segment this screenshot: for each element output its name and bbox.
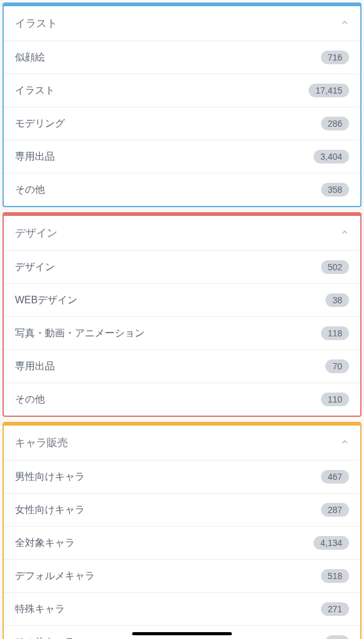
count-badge: 38	[325, 293, 349, 307]
count-badge: 502	[321, 260, 349, 274]
item-label: WEBデザイン	[15, 294, 77, 307]
count-badge: 4,134	[314, 536, 349, 550]
count-badge: 287	[321, 503, 349, 517]
count-badge: 518	[321, 569, 349, 583]
item-label: その他	[15, 183, 45, 197]
count-badge: 110	[321, 393, 349, 406]
category-title: イラスト	[15, 16, 57, 31]
category-panel: デザインデザイン502WEBデザイン38写真・動画・アニメーション118専用出品…	[2, 212, 362, 417]
category-item[interactable]: 全対象キャラ4,134	[4, 527, 360, 560]
category-item[interactable]: 専用出品3,404	[4, 140, 360, 173]
category-header[interactable]: デザイン	[4, 213, 360, 251]
item-label: デザイン	[15, 261, 55, 274]
category-header[interactable]: キャラ販売	[4, 423, 360, 461]
chevron-up-icon	[340, 437, 349, 448]
category-item[interactable]: 男性向けキャラ467	[4, 461, 360, 494]
chevron-up-icon	[340, 18, 349, 29]
category-item[interactable]: 特殊キャラ271	[4, 593, 360, 626]
item-label: その他	[15, 393, 45, 406]
item-label: 専用出品	[15, 360, 55, 373]
category-item[interactable]: 写真・動画・アニメーション118	[4, 317, 360, 350]
item-label: その他キャラ	[15, 636, 75, 640]
category-item[interactable]: WEBデザイン38	[4, 284, 360, 317]
chevron-up-icon	[340, 228, 349, 238]
count-badge: 17,415	[309, 84, 349, 97]
category-header[interactable]: イラスト	[4, 4, 360, 41]
item-label: イラスト	[15, 84, 55, 97]
item-label: 全対象キャラ	[15, 537, 75, 550]
item-label: 似顔絵	[15, 51, 45, 64]
item-label: 写真・動画・アニメーション	[15, 327, 145, 340]
count-badge: 358	[321, 183, 349, 197]
category-item[interactable]: イラスト17,415	[4, 74, 360, 107]
count-badge: 3,404	[314, 150, 349, 163]
item-label: 男性向けキャラ	[15, 471, 85, 484]
count-badge: 716	[321, 51, 349, 64]
home-indicator	[132, 632, 232, 635]
category-item[interactable]: 専用出品70	[4, 350, 360, 383]
count-badge: 467	[321, 470, 349, 484]
category-item[interactable]: 女性向けキャラ287	[4, 494, 360, 527]
category-title: キャラ販売	[15, 436, 68, 450]
count-badge: 90	[325, 635, 349, 639]
count-badge: 118	[321, 326, 349, 340]
item-label: 特殊キャラ	[15, 603, 65, 616]
item-label: 女性向けキャラ	[15, 504, 85, 517]
category-title: デザイン	[15, 226, 57, 240]
count-badge: 286	[321, 117, 349, 130]
count-badge: 271	[321, 602, 349, 616]
category-panel: キャラ販売男性向けキャラ467女性向けキャラ287全対象キャラ4,134デフォル…	[2, 422, 362, 639]
category-item[interactable]: モデリング286	[4, 107, 360, 140]
category-item[interactable]: その他110	[4, 383, 360, 416]
category-item[interactable]: その他358	[4, 173, 360, 206]
category-item[interactable]: デフォルメキャラ518	[4, 560, 360, 593]
category-item[interactable]: デザイン502	[4, 251, 360, 284]
count-badge: 70	[325, 359, 349, 373]
item-label: デフォルメキャラ	[15, 570, 95, 583]
item-label: モデリング	[15, 117, 65, 130]
category-panel: イラスト似顔絵716イラスト17,415モデリング286専用出品3,404その他…	[2, 2, 362, 207]
category-item[interactable]: 似顔絵716	[4, 41, 360, 74]
item-label: 専用出品	[15, 150, 55, 163]
